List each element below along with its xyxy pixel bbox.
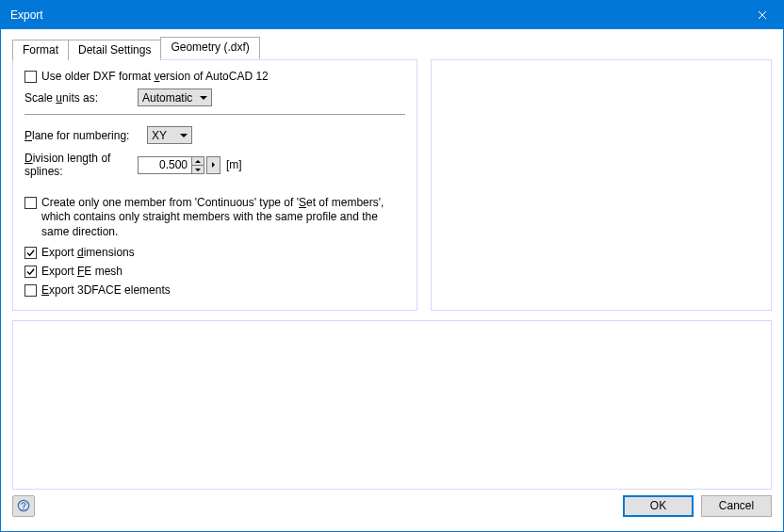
export-3dface-checkbox[interactable] [24,284,37,297]
division-length-extra-button[interactable] [206,156,220,174]
close-icon [758,10,767,20]
export-fe-mesh-checkbox[interactable] [24,266,37,278]
division-length-unit: [m] [226,158,242,171]
bottom-panel [12,320,772,490]
tab-detail-settings[interactable]: Detail Settings [68,40,161,60]
svg-point-1 [23,508,24,510]
chevron-down-icon [200,96,207,100]
tab-geometry-dxf[interactable]: Geometry (.dxf) [160,37,259,59]
older-dxf-label[interactable]: Use older DXF format version of AutoCAD … [41,70,269,83]
scale-units-select[interactable]: Automatic [138,89,212,106]
window-title: Export [10,8,43,22]
division-length-spinner [138,156,220,174]
chevron-down-icon [195,169,201,171]
help-button[interactable] [12,495,35,517]
export-3dface-label[interactable]: Export 3DFACE elements [41,283,171,297]
plane-numbering-label: Plane for numbering: [24,129,147,142]
division-length-input[interactable] [138,156,192,174]
titlebar: Export [1,1,783,29]
geometry-options-panel: Use older DXF format version of AutoCAD … [12,59,417,311]
content-area: Format Detail Settings Geometry (.dxf) U… [1,29,783,531]
division-length-label: Division length ofsplines: [24,152,138,179]
panels-row: Use older DXF format version of AutoCAD … [12,59,772,311]
older-dxf-checkbox[interactable] [24,71,37,83]
export-fe-mesh-label[interactable]: Export FE mesh [41,265,122,278]
close-button[interactable] [741,1,783,29]
ok-button[interactable]: OK [623,495,694,517]
help-icon [17,499,30,512]
export-dialog: Export Format Detail Settings Geometry (… [0,0,784,532]
chevron-right-icon [212,162,215,168]
chevron-down-icon [180,134,188,137]
tabs: Format Detail Settings Geometry (.dxf) [12,37,772,59]
spinner-down-button[interactable] [191,165,204,174]
footer: OK Cancel [12,490,772,522]
plane-numbering-select[interactable]: XY [147,126,192,144]
continuous-member-checkbox[interactable] [24,197,37,209]
chevron-up-icon [195,160,201,163]
export-dimensions-checkbox[interactable] [24,247,37,259]
tab-format[interactable]: Format [12,40,69,60]
divider [24,114,405,115]
spinner-up-button[interactable] [191,156,204,166]
preview-panel [431,59,772,311]
continuous-member-label[interactable]: Create only one member from 'Continuous'… [41,196,405,240]
export-dimensions-label[interactable]: Export dimensions [41,246,135,259]
cancel-button[interactable]: Cancel [701,495,772,517]
scale-units-label: Scale units as: [24,91,138,105]
